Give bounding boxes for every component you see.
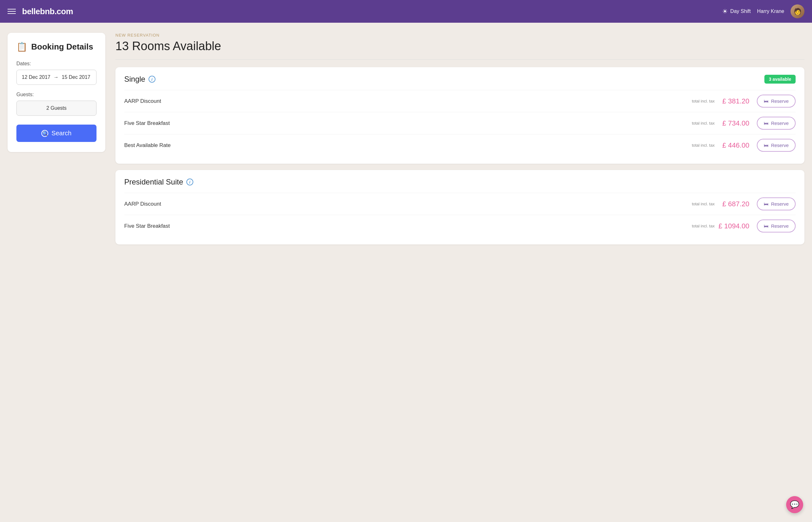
rate-name-0-1: Five Star Breakfast <box>124 120 692 126</box>
room-card-1: Presidential SuiteiAARP Discounttotal in… <box>116 170 805 244</box>
bed-icon: 🛏 <box>764 98 769 104</box>
rate-total-label-0-0: total incl. tax <box>692 99 714 103</box>
rate-name-1-1: Five Star Breakfast <box>124 223 692 229</box>
shift-label: Day Shift <box>730 8 751 14</box>
rate-price-1-1: £ 1094.00 <box>718 222 749 230</box>
reserve-button-1-1[interactable]: 🛏 Reserve <box>757 220 796 233</box>
shift-indicator: ☀ Day Shift <box>722 7 751 15</box>
main-content: 📋 Booking Details Dates: 12 Dec 2017 → 1… <box>0 23 812 522</box>
dates-label: Dates: <box>16 61 97 66</box>
rate-price-0-1: £ 734.00 <box>718 119 749 127</box>
rate-price-1-0: £ 687.20 <box>718 200 749 208</box>
rate-row-1-0: AARP Discounttotal incl. tax£ 687.20🛏 Re… <box>124 193 796 215</box>
user-name: Harry Krane <box>757 8 784 14</box>
rate-row-0-1: Five Star Breakfasttotal incl. tax£ 734.… <box>124 112 796 134</box>
calendar-icon: 📋 <box>16 42 27 52</box>
rate-total-label-1-1: total incl. tax <box>692 224 714 228</box>
supertitle: NEW RESERVATION <box>116 33 805 38</box>
rate-total-label-0-2: total incl. tax <box>692 143 714 147</box>
reserve-button-1-0[interactable]: 🛏 Reserve <box>757 198 796 210</box>
date-range-field[interactable]: 12 Dec 2017 → 15 Dec 2017 <box>16 70 97 85</box>
rooms-available-heading: 13 Rooms Available <box>116 39 805 53</box>
search-button[interactable]: 🔍 Search <box>16 125 97 142</box>
booking-panel: 📋 Booking Details Dates: 12 Dec 2017 → 1… <box>7 33 105 152</box>
rate-row-1-1: Five Star Breakfasttotal incl. tax£ 1094… <box>124 215 796 237</box>
room-header-0: Singlei3 available <box>124 75 796 84</box>
chat-bubble[interactable]: 💬 <box>786 496 803 513</box>
guests-value: 2 Guests <box>46 105 66 111</box>
bed-icon: 🛏 <box>764 143 769 148</box>
guests-field[interactable]: 2 Guests <box>16 101 97 116</box>
room-type-1: Presidential Suitei <box>124 178 193 186</box>
reserve-button-0-1[interactable]: 🛏 Reserve <box>757 117 796 129</box>
room-header-1: Presidential Suitei <box>124 178 796 186</box>
date-from: 12 Dec 2017 <box>22 75 50 80</box>
search-icon: 🔍 <box>41 130 48 137</box>
rate-total-label-0-1: total incl. tax <box>692 121 714 125</box>
date-to: 15 Dec 2017 <box>62 75 90 80</box>
booking-title: 📋 Booking Details <box>16 42 97 52</box>
bed-icon: 🛏 <box>764 223 769 229</box>
available-badge-0: 3 available <box>764 75 796 84</box>
brand-logo: bellebnb.com <box>22 7 73 16</box>
app-header: bellebnb.com ☀ Day Shift Harry Krane 🧑 <box>0 0 812 23</box>
divider <box>116 59 805 60</box>
rate-price-0-0: £ 381.20 <box>718 97 749 105</box>
arrow-icon: → <box>54 75 59 80</box>
room-cards: Singlei3 availableAARP Discounttotal inc… <box>116 67 805 244</box>
avatar[interactable]: 🧑 <box>791 4 805 18</box>
sun-icon: ☀ <box>722 7 728 15</box>
reserve-button-0-2[interactable]: 🛏 Reserve <box>757 139 796 152</box>
rate-name-1-0: AARP Discount <box>124 201 692 207</box>
info-icon-1[interactable]: i <box>186 179 193 185</box>
rate-name-0-0: AARP Discount <box>124 98 692 104</box>
rooms-content: NEW RESERVATION 13 Rooms Available Singl… <box>105 33 805 512</box>
rate-row-0-2: Best Available Ratetotal incl. tax£ 446.… <box>124 134 796 156</box>
reserve-button-0-0[interactable]: 🛏 Reserve <box>757 95 796 107</box>
bed-icon: 🛏 <box>764 120 769 126</box>
content-header: NEW RESERVATION 13 Rooms Available <box>116 33 805 53</box>
info-icon-0[interactable]: i <box>148 76 156 83</box>
room-type-0: Singlei <box>124 75 156 84</box>
rate-row-0-0: AARP Discounttotal incl. tax£ 381.20🛏 Re… <box>124 90 796 112</box>
rate-name-0-2: Best Available Rate <box>124 142 692 148</box>
room-card-0: Singlei3 availableAARP Discounttotal inc… <box>116 67 805 164</box>
guests-label: Guests: <box>16 92 97 98</box>
bed-icon: 🛏 <box>764 201 769 206</box>
rate-price-0-2: £ 446.00 <box>718 141 749 149</box>
hamburger-menu[interactable] <box>7 9 16 14</box>
rate-total-label-1-0: total incl. tax <box>692 202 714 206</box>
